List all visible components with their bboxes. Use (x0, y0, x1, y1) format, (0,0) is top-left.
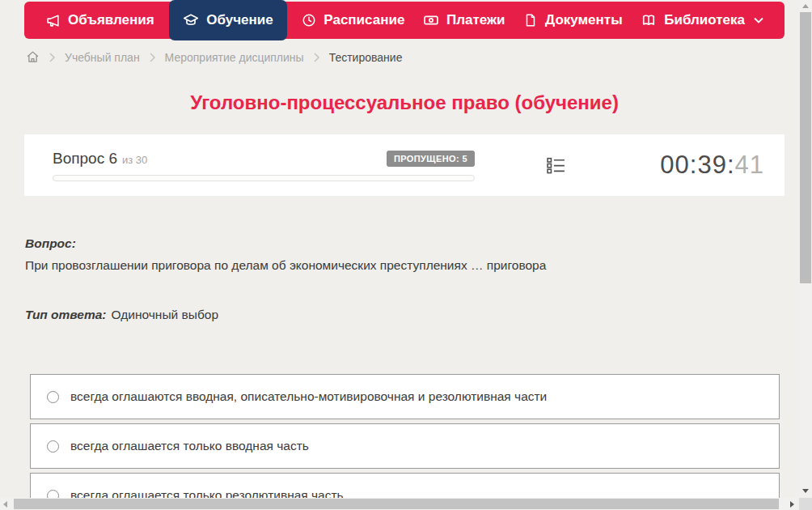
nav-item-documents[interactable]: Документы (520, 2, 626, 39)
breadcrumb-testing-current: Тестирование (329, 51, 403, 64)
scrollbar-corner (799, 498, 812, 510)
scroll-left-arrow-icon[interactable] (3, 501, 7, 508)
timer-seconds: 41 (735, 151, 764, 179)
timer: 00:39:41 (660, 151, 764, 180)
graduation-cap-icon (183, 12, 199, 28)
nav-item-label: Платежи (446, 12, 505, 28)
nav-item-library[interactable]: Библиотека (637, 2, 767, 39)
skipped-badge: ПРОПУЩЕНО: 5 (387, 151, 475, 167)
answer-option-2[interactable]: всегда оглашается только вводная часть (30, 423, 780, 469)
nav-item-learning[interactable]: Обучение (169, 0, 286, 40)
radio-button[interactable] (47, 440, 59, 453)
nav-item-payments[interactable]: Платежи (420, 2, 509, 39)
breadcrumb-separator-icon (49, 53, 55, 62)
nav-item-schedule[interactable]: Расписание (298, 2, 408, 39)
answer-options: всегда оглашаются вводная, описательно-м… (30, 374, 780, 510)
answer-option-label: всегда оглашаются вводная, описательно-м… (70, 389, 547, 404)
question-progress-bar (53, 175, 475, 181)
question-progress-column: Вопрос 6из 30 ПРОПУЩЕНО: 5 (53, 150, 475, 181)
page: Объявления Обучение Расписание Платежи Д… (0, 0, 812, 510)
chevron-down-icon (754, 17, 763, 23)
breadcrumb-study-plan[interactable]: Учебный план (65, 51, 140, 64)
nav-item-label: Обучение (206, 12, 273, 28)
question-text: При провозглашении приговора по делам об… (25, 258, 777, 273)
radio-button[interactable] (47, 391, 59, 403)
nav-item-announcements[interactable]: Объявления (42, 2, 158, 39)
question-total: из 30 (122, 154, 147, 166)
nav-item-label: Документы (545, 12, 623, 28)
breadcrumb: Учебный план Мероприятие дисциплины Тест… (26, 50, 402, 64)
top-navbar: Объявления Обучение Расписание Платежи Д… (24, 2, 785, 39)
vertical-scrollbar-thumb[interactable] (800, 12, 811, 283)
question-number: Вопрос 6из 30 (53, 150, 147, 168)
breadcrumb-separator-icon (150, 53, 155, 62)
horizontal-scrollbar-thumb[interactable] (14, 499, 779, 509)
breadcrumb-discipline-event[interactable]: Мероприятие дисциплины (165, 51, 304, 64)
scroll-up-arrow-icon[interactable] (802, 4, 809, 8)
nav-item-label: Расписание (324, 12, 404, 28)
answer-type-label: Тип ответа: (25, 308, 107, 321)
breadcrumb-separator-icon (314, 53, 319, 62)
nav-item-label: Библиотека (664, 12, 745, 28)
megaphone-icon (45, 13, 61, 28)
answer-option-label: всегда оглашается только вводная часть (70, 439, 309, 453)
home-icon[interactable] (26, 50, 40, 64)
document-icon (523, 13, 538, 28)
page-title: Уголовно-процессуальное право (обучение) (0, 91, 809, 114)
question-header-card: Вопрос 6из 30 ПРОПУЩЕНО: 5 00:39:41 (24, 134, 785, 196)
answer-type-row: Тип ответа:Одиночный выбор (25, 308, 777, 322)
question-label: Вопрос: (25, 236, 777, 251)
question-body: Вопрос: При провозглашении приговора по … (25, 236, 777, 322)
clock-icon (302, 13, 316, 28)
answer-type-value: Одиночный выбор (112, 308, 219, 321)
banknote-icon (423, 12, 439, 28)
answer-option-1[interactable]: всегда оглашаются вводная, описательно-м… (30, 374, 780, 419)
nav-item-label: Объявления (68, 12, 154, 28)
scroll-down-arrow-icon[interactable] (802, 489, 809, 493)
open-book-icon (641, 12, 657, 28)
question-list-icon[interactable] (546, 155, 566, 176)
horizontal-scrollbar[interactable] (0, 498, 799, 510)
scroll-right-arrow-icon[interactable] (790, 501, 794, 508)
vertical-scrollbar[interactable] (799, 0, 812, 498)
timer-hours-minutes: 00:39: (660, 151, 734, 179)
